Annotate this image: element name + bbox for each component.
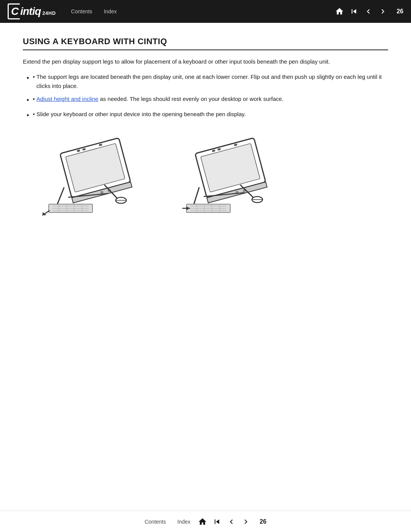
footer-home-icon[interactable] — [198, 517, 207, 526]
footer-contents-link[interactable]: Contents — [145, 519, 166, 525]
bullet-marker: • — [33, 94, 36, 104]
diagram-2 — [175, 133, 282, 216]
footer-index-link[interactable]: Index — [177, 519, 190, 525]
footer-next-icon[interactable] — [241, 517, 250, 526]
logo-area: Cintiq 24HD — [8, 3, 56, 19]
list-item: • The support legs are located beneath t… — [27, 72, 388, 91]
bullet-text-2-after: as needed. The legs should rest evenly o… — [98, 96, 284, 102]
header-nav: Contents Index — [71, 8, 335, 14]
skip-back-icon[interactable] — [349, 7, 358, 16]
footer-bar: Contents Index 26 — [0, 511, 411, 532]
logo-bracket: C — [8, 3, 20, 19]
page-number-bottom: 26 — [260, 518, 266, 525]
main-content: USING A KEYBOARD WITH CINTIQ Extend the … — [0, 23, 411, 239]
logo: Cintiq — [8, 3, 41, 19]
bullet-list: • The support legs are located beneath t… — [27, 72, 388, 121]
list-item: • Adjust height and incline as needed. T… — [27, 94, 388, 106]
bullet-text-2: Adjust height and incline as needed. The… — [37, 94, 284, 104]
header-bar: Cintiq 24HD Contents Index — [0, 0, 411, 23]
bullet-text-1: The support legs are located beneath the… — [37, 72, 388, 91]
contents-link[interactable]: Contents — [71, 8, 92, 14]
footer-nav: Contents Index — [145, 519, 190, 525]
diagram-1-svg — [38, 133, 145, 216]
svg-line-32 — [193, 188, 199, 206]
footer-skip-back-icon[interactable] — [212, 517, 221, 526]
bullet-marker: • — [33, 110, 36, 119]
footer-prev-icon[interactable] — [227, 517, 236, 526]
footer-icons: 26 — [198, 517, 266, 526]
intro-text: Extend the pen display support legs to a… — [23, 57, 388, 66]
adjust-height-link[interactable]: Adjust height and incline — [37, 96, 99, 102]
header-icons: 26 — [335, 7, 403, 16]
page-number-top: 26 — [397, 8, 403, 15]
images-row — [23, 133, 388, 216]
diagram-1 — [38, 133, 145, 216]
svg-line-8 — [57, 188, 64, 205]
home-icon[interactable] — [335, 7, 344, 16]
next-icon[interactable] — [378, 7, 387, 16]
bullet-marker: • — [33, 72, 36, 81]
diagram-2-svg — [175, 133, 282, 216]
page-title: USING A KEYBOARD WITH CINTIQ — [23, 37, 388, 50]
index-link[interactable]: Index — [104, 8, 117, 14]
logo-model: 24HD — [42, 10, 56, 16]
bullet-text-3: Slide your keyboard or other input devic… — [37, 110, 246, 119]
prev-icon[interactable] — [364, 7, 373, 16]
list-item: • Slide your keyboard or other input dev… — [27, 110, 388, 121]
logo-text: intiq — [20, 5, 41, 17]
